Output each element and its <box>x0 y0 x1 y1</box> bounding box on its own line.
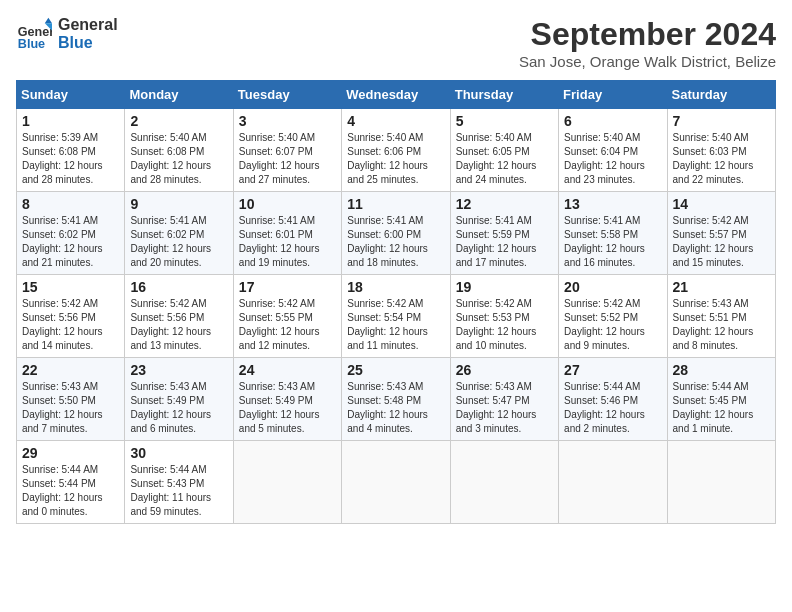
day-number: 16 <box>130 279 227 295</box>
day-number: 27 <box>564 362 661 378</box>
day-number: 30 <box>130 445 227 461</box>
calendar-cell: 4 Sunrise: 5:40 AM Sunset: 6:06 PM Dayli… <box>342 109 450 192</box>
calendar-cell: 29 Sunrise: 5:44 AM Sunset: 5:44 PM Dayl… <box>17 441 125 524</box>
logo-blue: Blue <box>58 34 118 52</box>
calendar-cell: 9 Sunrise: 5:41 AM Sunset: 6:02 PM Dayli… <box>125 192 233 275</box>
day-info: Sunrise: 5:39 AM Sunset: 6:08 PM Dayligh… <box>22 131 119 187</box>
day-number: 23 <box>130 362 227 378</box>
day-number: 7 <box>673 113 770 129</box>
day-info: Sunrise: 5:40 AM Sunset: 6:03 PM Dayligh… <box>673 131 770 187</box>
calendar-cell: 15 Sunrise: 5:42 AM Sunset: 5:56 PM Dayl… <box>17 275 125 358</box>
day-info: Sunrise: 5:41 AM Sunset: 6:02 PM Dayligh… <box>130 214 227 270</box>
day-number: 3 <box>239 113 336 129</box>
weekday-header-monday: Monday <box>125 81 233 109</box>
day-info: Sunrise: 5:42 AM Sunset: 5:53 PM Dayligh… <box>456 297 553 353</box>
calendar-cell: 30 Sunrise: 5:44 AM Sunset: 5:43 PM Dayl… <box>125 441 233 524</box>
calendar-week-2: 8 Sunrise: 5:41 AM Sunset: 6:02 PM Dayli… <box>17 192 776 275</box>
day-number: 20 <box>564 279 661 295</box>
day-number: 19 <box>456 279 553 295</box>
day-number: 26 <box>456 362 553 378</box>
day-number: 11 <box>347 196 444 212</box>
day-number: 10 <box>239 196 336 212</box>
calendar-week-1: 1 Sunrise: 5:39 AM Sunset: 6:08 PM Dayli… <box>17 109 776 192</box>
calendar-body: 1 Sunrise: 5:39 AM Sunset: 6:08 PM Dayli… <box>17 109 776 524</box>
day-number: 6 <box>564 113 661 129</box>
day-info: Sunrise: 5:44 AM Sunset: 5:44 PM Dayligh… <box>22 463 119 519</box>
calendar-cell: 22 Sunrise: 5:43 AM Sunset: 5:50 PM Dayl… <box>17 358 125 441</box>
calendar-cell: 26 Sunrise: 5:43 AM Sunset: 5:47 PM Dayl… <box>450 358 558 441</box>
day-info: Sunrise: 5:44 AM Sunset: 5:43 PM Dayligh… <box>130 463 227 519</box>
svg-text:Blue: Blue <box>18 37 45 51</box>
calendar-cell: 17 Sunrise: 5:42 AM Sunset: 5:55 PM Dayl… <box>233 275 341 358</box>
day-number: 25 <box>347 362 444 378</box>
calendar-cell: 12 Sunrise: 5:41 AM Sunset: 5:59 PM Dayl… <box>450 192 558 275</box>
day-info: Sunrise: 5:43 AM Sunset: 5:47 PM Dayligh… <box>456 380 553 436</box>
day-info: Sunrise: 5:43 AM Sunset: 5:49 PM Dayligh… <box>239 380 336 436</box>
day-number: 5 <box>456 113 553 129</box>
day-number: 2 <box>130 113 227 129</box>
day-number: 15 <box>22 279 119 295</box>
calendar-cell: 19 Sunrise: 5:42 AM Sunset: 5:53 PM Dayl… <box>450 275 558 358</box>
calendar-cell: 5 Sunrise: 5:40 AM Sunset: 6:05 PM Dayli… <box>450 109 558 192</box>
calendar-cell: 25 Sunrise: 5:43 AM Sunset: 5:48 PM Dayl… <box>342 358 450 441</box>
day-number: 17 <box>239 279 336 295</box>
day-number: 22 <box>22 362 119 378</box>
weekday-header-wednesday: Wednesday <box>342 81 450 109</box>
calendar-cell: 27 Sunrise: 5:44 AM Sunset: 5:46 PM Dayl… <box>559 358 667 441</box>
location-title: San Jose, Orange Walk District, Belize <box>519 53 776 70</box>
day-info: Sunrise: 5:44 AM Sunset: 5:45 PM Dayligh… <box>673 380 770 436</box>
day-info: Sunrise: 5:42 AM Sunset: 5:55 PM Dayligh… <box>239 297 336 353</box>
calendar-cell: 28 Sunrise: 5:44 AM Sunset: 5:45 PM Dayl… <box>667 358 775 441</box>
svg-marker-2 <box>45 18 52 23</box>
calendar-cell: 14 Sunrise: 5:42 AM Sunset: 5:57 PM Dayl… <box>667 192 775 275</box>
day-info: Sunrise: 5:40 AM Sunset: 6:04 PM Dayligh… <box>564 131 661 187</box>
day-info: Sunrise: 5:42 AM Sunset: 5:52 PM Dayligh… <box>564 297 661 353</box>
day-info: Sunrise: 5:43 AM Sunset: 5:49 PM Dayligh… <box>130 380 227 436</box>
day-number: 14 <box>673 196 770 212</box>
calendar-week-3: 15 Sunrise: 5:42 AM Sunset: 5:56 PM Dayl… <box>17 275 776 358</box>
day-info: Sunrise: 5:42 AM Sunset: 5:56 PM Dayligh… <box>22 297 119 353</box>
day-info: Sunrise: 5:40 AM Sunset: 6:06 PM Dayligh… <box>347 131 444 187</box>
calendar-cell: 8 Sunrise: 5:41 AM Sunset: 6:02 PM Dayli… <box>17 192 125 275</box>
title-area: September 2024 San Jose, Orange Walk Dis… <box>519 16 776 70</box>
page-header: General Blue General Blue September 2024… <box>16 16 776 70</box>
logo-general: General <box>58 16 118 34</box>
calendar-cell: 7 Sunrise: 5:40 AM Sunset: 6:03 PM Dayli… <box>667 109 775 192</box>
day-number: 4 <box>347 113 444 129</box>
calendar-cell <box>233 441 341 524</box>
day-number: 9 <box>130 196 227 212</box>
day-info: Sunrise: 5:41 AM Sunset: 6:00 PM Dayligh… <box>347 214 444 270</box>
day-info: Sunrise: 5:42 AM Sunset: 5:54 PM Dayligh… <box>347 297 444 353</box>
day-info: Sunrise: 5:41 AM Sunset: 5:59 PM Dayligh… <box>456 214 553 270</box>
calendar-cell: 11 Sunrise: 5:41 AM Sunset: 6:00 PM Dayl… <box>342 192 450 275</box>
logo-icon: General Blue <box>16 16 52 52</box>
weekday-header-saturday: Saturday <box>667 81 775 109</box>
calendar-cell: 16 Sunrise: 5:42 AM Sunset: 5:56 PM Dayl… <box>125 275 233 358</box>
calendar-cell <box>450 441 558 524</box>
calendar-cell <box>667 441 775 524</box>
month-title: September 2024 <box>519 16 776 53</box>
calendar-cell: 13 Sunrise: 5:41 AM Sunset: 5:58 PM Dayl… <box>559 192 667 275</box>
day-info: Sunrise: 5:41 AM Sunset: 5:58 PM Dayligh… <box>564 214 661 270</box>
day-number: 21 <box>673 279 770 295</box>
day-number: 24 <box>239 362 336 378</box>
day-number: 29 <box>22 445 119 461</box>
day-number: 1 <box>22 113 119 129</box>
calendar-cell: 1 Sunrise: 5:39 AM Sunset: 6:08 PM Dayli… <box>17 109 125 192</box>
day-info: Sunrise: 5:42 AM Sunset: 5:57 PM Dayligh… <box>673 214 770 270</box>
calendar-table: SundayMondayTuesdayWednesdayThursdayFrid… <box>16 80 776 524</box>
day-info: Sunrise: 5:43 AM Sunset: 5:48 PM Dayligh… <box>347 380 444 436</box>
day-info: Sunrise: 5:43 AM Sunset: 5:50 PM Dayligh… <box>22 380 119 436</box>
calendar-week-4: 22 Sunrise: 5:43 AM Sunset: 5:50 PM Dayl… <box>17 358 776 441</box>
calendar-cell <box>559 441 667 524</box>
day-info: Sunrise: 5:44 AM Sunset: 5:46 PM Dayligh… <box>564 380 661 436</box>
weekday-header-thursday: Thursday <box>450 81 558 109</box>
calendar-cell: 21 Sunrise: 5:43 AM Sunset: 5:51 PM Dayl… <box>667 275 775 358</box>
day-number: 12 <box>456 196 553 212</box>
day-info: Sunrise: 5:42 AM Sunset: 5:56 PM Dayligh… <box>130 297 227 353</box>
calendar-cell: 2 Sunrise: 5:40 AM Sunset: 6:08 PM Dayli… <box>125 109 233 192</box>
weekday-header-friday: Friday <box>559 81 667 109</box>
calendar-cell: 6 Sunrise: 5:40 AM Sunset: 6:04 PM Dayli… <box>559 109 667 192</box>
day-info: Sunrise: 5:40 AM Sunset: 6:05 PM Dayligh… <box>456 131 553 187</box>
calendar-cell: 3 Sunrise: 5:40 AM Sunset: 6:07 PM Dayli… <box>233 109 341 192</box>
